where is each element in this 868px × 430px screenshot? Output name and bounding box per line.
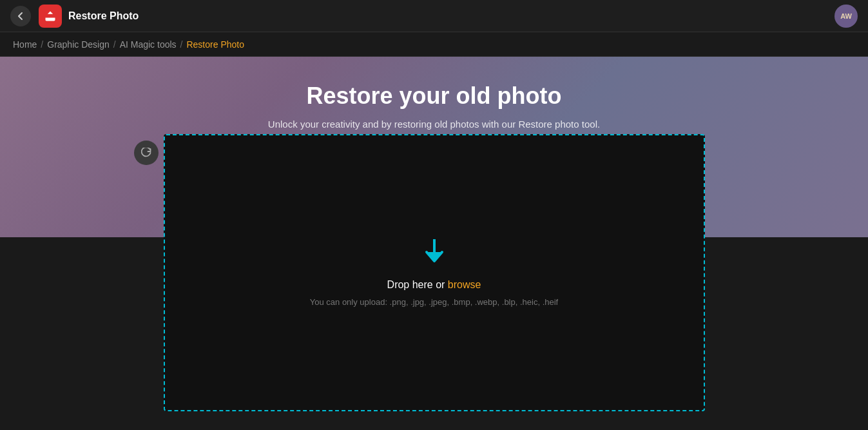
breadcrumb: Home / Graphic Design / AI Magic tools /… <box>0 32 868 57</box>
hero-subtitle: Unlock your creativity and by restoring … <box>268 119 600 130</box>
breadcrumb-home[interactable]: Home <box>13 39 37 50</box>
hero-title: Restore your old photo <box>307 83 562 110</box>
drop-formats: You can only upload: .png, .jpg, .jpeg, … <box>310 297 558 307</box>
user-avatar[interactable]: AW <box>834 5 858 28</box>
drop-text-before: Drop here or <box>387 279 448 290</box>
drop-arrow-icon <box>424 239 445 270</box>
breadcrumb-sep-2: / <box>113 39 116 50</box>
breadcrumb-ai-magic-tools[interactable]: AI Magic tools <box>120 39 177 50</box>
breadcrumb-graphic-design[interactable]: Graphic Design <box>47 39 110 50</box>
drop-text: Drop here or browse <box>387 279 481 291</box>
breadcrumb-sep-3: / <box>180 39 183 50</box>
dropzone-wrapper: Drop here or browse You can only upload:… <box>164 134 705 411</box>
browse-link[interactable]: browse <box>448 279 481 290</box>
topbar: Restore Photo AW <box>0 0 868 32</box>
back-button[interactable] <box>10 6 31 26</box>
dropzone[interactable]: Drop here or browse You can only upload:… <box>164 134 705 411</box>
refresh-button[interactable] <box>134 141 159 165</box>
main-content: Restore your old photo Unlock your creat… <box>0 57 868 430</box>
breadcrumb-sep-1: / <box>41 39 43 50</box>
hero-section: Restore your old photo Unlock your creat… <box>0 57 868 130</box>
app-title: Restore Photo <box>68 10 834 22</box>
breadcrumb-current: Restore Photo <box>186 39 244 50</box>
app-icon <box>39 5 62 28</box>
